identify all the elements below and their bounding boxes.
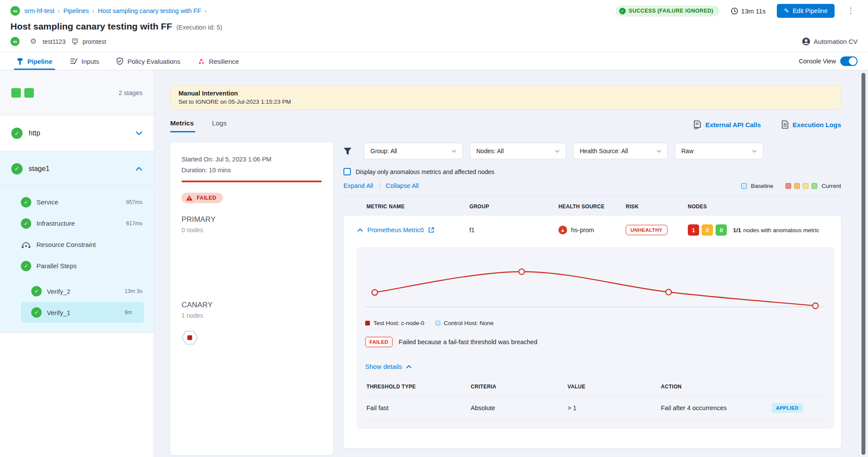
inputs-icon: [70, 58, 78, 65]
node-risk-counts: 1 0 0 1/1nodes with anomalous metric: [688, 224, 841, 236]
breadcrumb: ∞ srm-hf-test › Pipelines › Host samplin…: [10, 4, 858, 17]
tab-metrics[interactable]: Metrics: [170, 117, 194, 132]
banner-title: Manual Intervention: [178, 90, 833, 97]
anomalous-nodes-note: 1/1nodes with anomalous metric: [733, 227, 819, 233]
success-check-icon: ✓: [31, 307, 42, 318]
user-icon: [802, 37, 810, 46]
execution-id: (Execution Id: 5): [176, 24, 222, 31]
chevron-down-icon[interactable]: [135, 131, 142, 135]
metric-detail-panel: Test Host: c-node-0 Control Host: None F…: [356, 247, 834, 429]
data-mode-select[interactable]: Raw: [675, 143, 763, 159]
chevron-down-icon: [752, 150, 757, 153]
service-name[interactable]: test1123: [43, 38, 66, 45]
tab-logs[interactable]: Logs: [212, 117, 227, 132]
threshold-row: Fail fast Absolute > 1 Fail after 4 occu…: [365, 396, 825, 420]
sidebar-stage-stage1[interactable]: ✓ stage1: [0, 151, 154, 186]
verification-tabs: Metrics Logs API External API Calls Exec…: [170, 117, 841, 132]
more-options-icon[interactable]: ⋮: [844, 8, 858, 14]
col-metric-name: METRIC NAME: [366, 204, 469, 210]
applied-status-badge: APPLIED: [772, 403, 803, 413]
tab-resilience[interactable]: Resilience: [198, 53, 239, 70]
sidebar-step-service[interactable]: ✓ Service 857ms: [0, 191, 154, 213]
metric-health-source-cell: ▲ hs-prom: [558, 226, 626, 234]
col-group: GROUP: [469, 204, 558, 210]
api-document-icon: API: [693, 120, 701, 129]
environment-name[interactable]: promtest: [83, 38, 106, 45]
harness-logo-icon: ∞: [10, 6, 20, 16]
canary-node-hexagon-icon[interactable]: [182, 330, 198, 345]
expand-all-link[interactable]: Expand All: [343, 182, 373, 189]
chevron-down-icon: [657, 150, 661, 153]
col-threshold-type: THRESHOLD TYPE: [366, 384, 471, 390]
canary-group-label: CANARY: [182, 301, 322, 309]
console-view-label: Console View: [799, 58, 836, 65]
tab-pipeline[interactable]: Pipeline: [17, 53, 53, 70]
sidebar-step-parallel-steps[interactable]: ✓ Parallel Steps: [0, 255, 154, 276]
vertical-scrollbar-thumb[interactable]: [861, 73, 865, 455]
col-health-source: HEALTH SOURCE: [558, 204, 626, 210]
metric-name-cell[interactable]: Prometheus Metric0: [357, 227, 469, 233]
external-link-icon[interactable]: [428, 227, 434, 233]
health-source-filter-select[interactable]: Health Source: All: [573, 143, 668, 159]
stage1-section: ✓ stage1 ✓ Service 857ms ✓ Infrastructur…: [0, 151, 154, 333]
success-check-icon: ✓: [11, 128, 23, 139]
breadcrumb-project[interactable]: srm-hf-test: [24, 7, 54, 14]
console-view-toggle[interactable]: [840, 56, 858, 66]
clock-icon: [731, 7, 738, 15]
threshold-table: THRESHOLD TYPE CRITERIA VALUE ACTION Fai…: [365, 384, 825, 420]
stages-summary: 2 stages: [0, 70, 154, 115]
nodes-filter-select[interactable]: Nodes: All: [470, 143, 566, 159]
filter-funnel-icon[interactable]: [343, 148, 352, 155]
anomalous-only-checkbox[interactable]: [343, 168, 351, 175]
breadcrumb-separator: ›: [92, 7, 95, 14]
page-header: ∞ srm-hf-test › Pipelines › Host samplin…: [0, 0, 868, 52]
breadcrumb-pipeline-name[interactable]: Host sampling canary testing with FF: [98, 7, 201, 14]
execution-logs-link[interactable]: Execution Logs: [782, 120, 841, 129]
step-duration: 13m 3s: [125, 288, 142, 294]
primary-group-label: PRIMARY: [182, 215, 322, 224]
action-cell: Fail after 4 occurrences: [661, 404, 727, 411]
sidebar-step-verify-1[interactable]: ✓ Verify_1 9m: [21, 302, 144, 323]
group-filter-select[interactable]: Group: All: [364, 143, 463, 159]
user-display[interactable]: Automation CV: [802, 37, 858, 46]
primary-node-count: 0 nodes: [182, 227, 322, 233]
success-check-icon: ✓: [31, 286, 42, 296]
breadcrumb-pipelines[interactable]: Pipelines: [63, 7, 89, 14]
current-yellow-swatch: [803, 183, 809, 189]
unhealthy-node-count-badge: 1: [688, 224, 699, 236]
chevron-up-icon[interactable]: [135, 167, 142, 171]
manual-intervention-banner: Manual Intervention Set to IGNORE on 05-…: [170, 85, 841, 110]
metric-timeseries-chart[interactable]: [365, 256, 825, 314]
sidebar-step-verify-2[interactable]: ✓ Verify_2 13m 3s: [0, 281, 154, 302]
collapse-all-link[interactable]: Collapse All: [386, 182, 419, 189]
sidebar-step-infrastructure[interactable]: ✓ Infrastructure 617ms: [0, 213, 154, 234]
anomalous-only-label: Display only anomalous metrics and affec…: [356, 168, 495, 175]
pencil-icon: ✎: [784, 7, 789, 14]
warning-triangle-icon: [186, 195, 193, 201]
sidebar-step-resource-constraint[interactable]: Resource Constraint: [0, 234, 154, 255]
collapse-chevron-up-icon[interactable]: [357, 228, 363, 232]
external-api-calls-link[interactable]: API External API Calls: [693, 120, 761, 129]
show-details-link[interactable]: Show details: [365, 363, 412, 370]
failed-status-pill: FAILED: [182, 193, 223, 203]
gear-icon: ⚙: [30, 37, 36, 46]
success-check-icon: ✓: [21, 261, 31, 271]
progress-bar-failed: [182, 181, 322, 182]
check-circle-icon: ✓: [619, 8, 626, 14]
status-badge: ✓ SUCCESS (FAILURE IGNORED): [616, 6, 719, 16]
control-host-label: Control Host: None: [444, 320, 494, 326]
sidebar-stage-http[interactable]: ✓ http: [0, 115, 154, 151]
divider: [380, 182, 380, 189]
control-host-swatch: [436, 321, 440, 325]
tab-policy-evaluations[interactable]: Policy Evaluations: [116, 53, 180, 70]
line-chart[interactable]: [365, 256, 825, 314]
host-legend: Test Host: c-node-0 Control Host: None: [365, 320, 825, 326]
edit-pipeline-button[interactable]: ✎ Edit Pipeline: [777, 4, 835, 18]
resilience-chaos-icon: [198, 58, 205, 65]
warning-node-count-badge: 0: [702, 224, 713, 236]
current-red-swatch: [785, 183, 791, 189]
tab-inputs[interactable]: Inputs: [70, 53, 99, 70]
pipeline-icon: [17, 58, 23, 65]
banner-subtitle: Set to IGNORE on 05-Jul-2023 1:15:23 PM: [178, 99, 833, 105]
canary-node-count: 1 nodes: [182, 312, 322, 319]
